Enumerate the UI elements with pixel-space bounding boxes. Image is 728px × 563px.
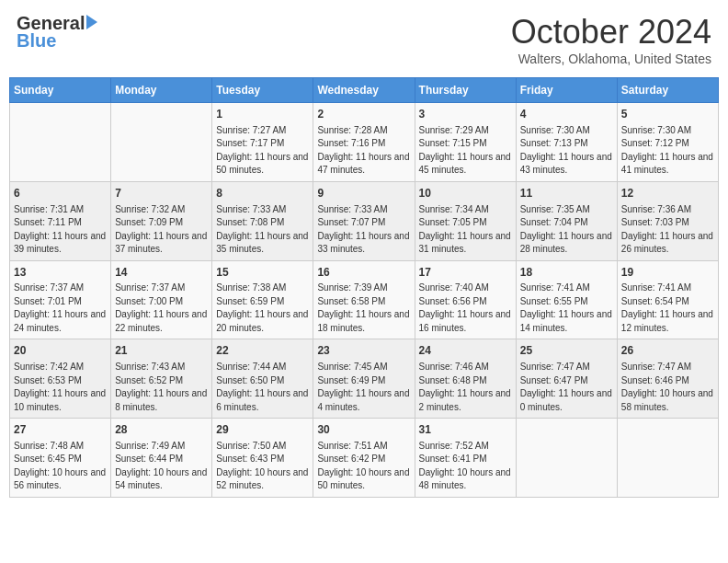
calendar-week-5: 27Sunrise: 7:48 AMSunset: 6:45 PMDayligh… (10, 419, 719, 498)
calendar-cell: 31Sunrise: 7:52 AMSunset: 6:41 PMDayligh… (415, 419, 516, 498)
day-number: 6 (14, 186, 107, 201)
day-number: 5 (621, 107, 714, 122)
day-number: 23 (317, 343, 410, 359)
day-info: Sunrise: 7:38 AMSunset: 6:59 PMDaylight:… (216, 282, 309, 335)
day-info: Sunrise: 7:43 AMSunset: 6:52 PMDaylight:… (115, 361, 208, 414)
calendar-cell: 10Sunrise: 7:34 AMSunset: 7:05 PMDayligh… (415, 181, 516, 260)
calendar-cell (111, 103, 212, 182)
title-block: October 2024 Walters, Oklahoma, United S… (511, 13, 711, 66)
calendar-cell (617, 419, 718, 498)
calendar-cell: 1Sunrise: 7:27 AMSunset: 7:17 PMDaylight… (212, 103, 313, 182)
day-number: 1 (216, 107, 309, 122)
calendar-cell: 27Sunrise: 7:48 AMSunset: 6:45 PMDayligh… (10, 419, 111, 498)
day-number: 20 (14, 343, 107, 359)
day-number: 10 (419, 186, 512, 201)
calendar-cell: 5Sunrise: 7:30 AMSunset: 7:12 PMDaylight… (617, 103, 718, 182)
day-info: Sunrise: 7:31 AMSunset: 7:11 PMDaylight:… (14, 203, 107, 257)
day-info: Sunrise: 7:35 AMSunset: 7:04 PMDaylight:… (520, 203, 613, 257)
day-info: Sunrise: 7:28 AMSunset: 7:16 PMDaylight:… (317, 124, 410, 178)
calendar-cell (10, 103, 111, 182)
day-info: Sunrise: 7:33 AMSunset: 7:08 PMDaylight:… (216, 203, 309, 257)
day-info: Sunrise: 7:32 AMSunset: 7:09 PMDaylight:… (115, 203, 208, 257)
calendar-cell: 8Sunrise: 7:33 AMSunset: 7:08 PMDaylight… (212, 181, 313, 260)
calendar-cell: 15Sunrise: 7:38 AMSunset: 6:59 PMDayligh… (212, 260, 313, 339)
day-info: Sunrise: 7:41 AMSunset: 6:55 PMDaylight:… (520, 282, 613, 335)
calendar-cell: 11Sunrise: 7:35 AMSunset: 7:04 PMDayligh… (516, 181, 617, 260)
logo: General Blue (17, 13, 97, 52)
day-info: Sunrise: 7:40 AMSunset: 6:56 PMDaylight:… (419, 282, 512, 335)
day-info: Sunrise: 7:39 AMSunset: 6:58 PMDaylight:… (317, 282, 410, 335)
day-info: Sunrise: 7:37 AMSunset: 7:00 PMDaylight:… (115, 282, 208, 335)
day-info: Sunrise: 7:46 AMSunset: 6:48 PMDaylight:… (419, 361, 512, 414)
calendar-table: SundayMondayTuesdayWednesdayThursdayFrid… (9, 77, 719, 498)
calendar-week-4: 20Sunrise: 7:42 AMSunset: 6:53 PMDayligh… (10, 339, 719, 419)
day-number: 26 (621, 343, 714, 359)
day-number: 11 (520, 186, 613, 201)
day-info: Sunrise: 7:27 AMSunset: 7:17 PMDaylight:… (216, 124, 309, 178)
header-day-sunday: Sunday (10, 78, 111, 103)
day-info: Sunrise: 7:47 AMSunset: 6:46 PMDaylight:… (621, 361, 714, 414)
day-info: Sunrise: 7:34 AMSunset: 7:05 PMDaylight:… (419, 203, 512, 257)
day-info: Sunrise: 7:49 AMSunset: 6:44 PMDaylight:… (115, 440, 208, 493)
day-number: 27 (14, 422, 107, 438)
day-number: 12 (621, 186, 714, 201)
calendar-cell: 7Sunrise: 7:32 AMSunset: 7:09 PMDaylight… (111, 181, 212, 260)
day-number: 4 (520, 107, 613, 122)
day-info: Sunrise: 7:48 AMSunset: 6:45 PMDaylight:… (14, 440, 107, 493)
header-day-wednesday: Wednesday (313, 78, 415, 103)
day-number: 17 (419, 265, 512, 281)
day-number: 7 (115, 186, 208, 201)
day-info: Sunrise: 7:45 AMSunset: 6:49 PMDaylight:… (317, 361, 410, 414)
calendar-cell: 23Sunrise: 7:45 AMSunset: 6:49 PMDayligh… (313, 339, 415, 419)
day-info: Sunrise: 7:29 AMSunset: 7:15 PMDaylight:… (419, 124, 512, 178)
header-day-tuesday: Tuesday (212, 78, 313, 103)
calendar-week-2: 6Sunrise: 7:31 AMSunset: 7:11 PMDaylight… (10, 181, 719, 260)
calendar-cell: 29Sunrise: 7:50 AMSunset: 6:43 PMDayligh… (212, 419, 313, 498)
calendar-cell: 25Sunrise: 7:47 AMSunset: 6:47 PMDayligh… (516, 339, 617, 419)
calendar-cell: 26Sunrise: 7:47 AMSunset: 6:46 PMDayligh… (617, 339, 718, 419)
calendar-body: 1Sunrise: 7:27 AMSunset: 7:17 PMDaylight… (10, 103, 719, 498)
day-number: 3 (419, 107, 512, 122)
day-info: Sunrise: 7:33 AMSunset: 7:07 PMDaylight:… (317, 203, 410, 257)
day-info: Sunrise: 7:44 AMSunset: 6:50 PMDaylight:… (216, 361, 309, 414)
calendar-cell: 2Sunrise: 7:28 AMSunset: 7:16 PMDaylight… (313, 103, 415, 182)
day-number: 18 (520, 265, 613, 281)
calendar-cell: 9Sunrise: 7:33 AMSunset: 7:07 PMDaylight… (313, 181, 415, 260)
calendar-cell: 3Sunrise: 7:29 AMSunset: 7:15 PMDaylight… (415, 103, 516, 182)
header-day-saturday: Saturday (617, 78, 718, 103)
day-number: 29 (216, 422, 309, 438)
day-number: 30 (317, 422, 410, 438)
logo-arrow-icon (86, 15, 97, 29)
calendar-cell: 12Sunrise: 7:36 AMSunset: 7:03 PMDayligh… (617, 181, 718, 260)
day-info: Sunrise: 7:30 AMSunset: 7:13 PMDaylight:… (520, 124, 613, 178)
day-number: 9 (317, 186, 410, 201)
day-info: Sunrise: 7:51 AMSunset: 6:42 PMDaylight:… (317, 440, 410, 493)
day-number: 8 (216, 186, 309, 201)
day-number: 14 (115, 265, 208, 281)
calendar-cell (516, 419, 617, 498)
calendar-cell: 28Sunrise: 7:49 AMSunset: 6:44 PMDayligh… (111, 419, 212, 498)
calendar-cell: 18Sunrise: 7:41 AMSunset: 6:55 PMDayligh… (516, 260, 617, 339)
day-number: 19 (621, 265, 714, 281)
day-number: 25 (520, 343, 613, 359)
calendar-cell: 22Sunrise: 7:44 AMSunset: 6:50 PMDayligh… (212, 339, 313, 419)
day-info: Sunrise: 7:30 AMSunset: 7:12 PMDaylight:… (621, 124, 714, 178)
day-info: Sunrise: 7:52 AMSunset: 6:41 PMDaylight:… (419, 440, 512, 493)
header-day-thursday: Thursday (415, 78, 516, 103)
calendar-cell: 17Sunrise: 7:40 AMSunset: 6:56 PMDayligh… (415, 260, 516, 339)
day-info: Sunrise: 7:50 AMSunset: 6:43 PMDaylight:… (216, 440, 309, 493)
day-number: 16 (317, 265, 410, 281)
day-info: Sunrise: 7:36 AMSunset: 7:03 PMDaylight:… (621, 203, 714, 257)
calendar-cell: 19Sunrise: 7:41 AMSunset: 6:54 PMDayligh… (617, 260, 718, 339)
day-number: 21 (115, 343, 208, 359)
location-title: Walters, Oklahoma, United States (511, 52, 711, 66)
day-number: 22 (216, 343, 309, 359)
day-info: Sunrise: 7:41 AMSunset: 6:54 PMDaylight:… (621, 282, 714, 335)
day-number: 31 (419, 422, 512, 438)
calendar-cell: 13Sunrise: 7:37 AMSunset: 7:01 PMDayligh… (10, 260, 111, 339)
calendar-cell: 16Sunrise: 7:39 AMSunset: 6:58 PMDayligh… (313, 260, 415, 339)
calendar-cell: 24Sunrise: 7:46 AMSunset: 6:48 PMDayligh… (415, 339, 516, 419)
day-info: Sunrise: 7:37 AMSunset: 7:01 PMDaylight:… (14, 282, 107, 335)
day-info: Sunrise: 7:47 AMSunset: 6:47 PMDaylight:… (520, 361, 613, 414)
day-number: 24 (419, 343, 512, 359)
